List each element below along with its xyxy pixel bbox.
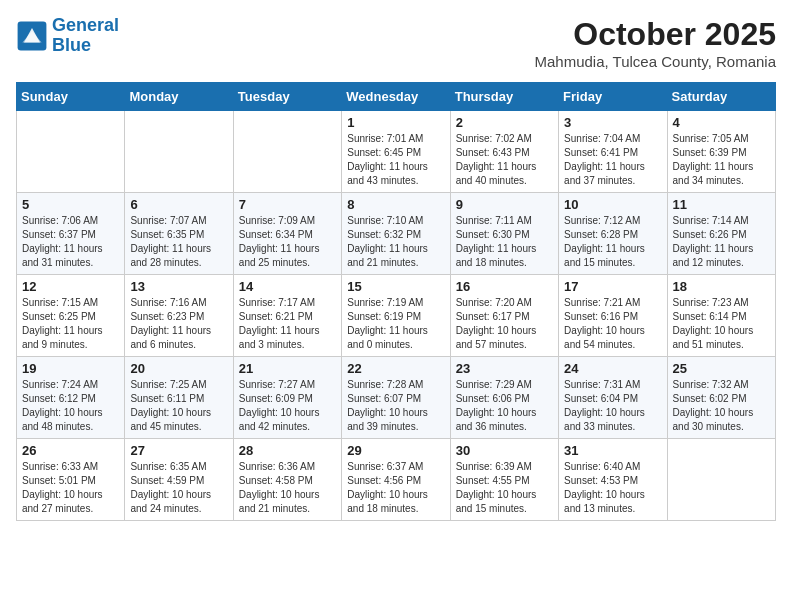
- day-of-week-header: Thursday: [450, 83, 558, 111]
- day-info: Sunrise: 7:12 AM Sunset: 6:28 PM Dayligh…: [564, 214, 661, 270]
- day-number: 16: [456, 279, 553, 294]
- calendar-cell: 19Sunrise: 7:24 AM Sunset: 6:12 PM Dayli…: [17, 357, 125, 439]
- day-number: 30: [456, 443, 553, 458]
- calendar-cell: 14Sunrise: 7:17 AM Sunset: 6:21 PM Dayli…: [233, 275, 341, 357]
- calendar-week-row: 5Sunrise: 7:06 AM Sunset: 6:37 PM Daylig…: [17, 193, 776, 275]
- location-subtitle: Mahmudia, Tulcea County, Romania: [534, 53, 776, 70]
- calendar-cell: 25Sunrise: 7:32 AM Sunset: 6:02 PM Dayli…: [667, 357, 775, 439]
- calendar-cell: 12Sunrise: 7:15 AM Sunset: 6:25 PM Dayli…: [17, 275, 125, 357]
- logo-line2: Blue: [52, 35, 91, 55]
- day-number: 6: [130, 197, 227, 212]
- day-number: 31: [564, 443, 661, 458]
- day-info: Sunrise: 7:32 AM Sunset: 6:02 PM Dayligh…: [673, 378, 770, 434]
- day-info: Sunrise: 6:33 AM Sunset: 5:01 PM Dayligh…: [22, 460, 119, 516]
- page-header: General Blue October 2025 Mahmudia, Tulc…: [16, 16, 776, 70]
- calendar-cell: 26Sunrise: 6:33 AM Sunset: 5:01 PM Dayli…: [17, 439, 125, 521]
- day-number: 23: [456, 361, 553, 376]
- calendar-header: SundayMondayTuesdayWednesdayThursdayFrid…: [17, 83, 776, 111]
- calendar-cell: 8Sunrise: 7:10 AM Sunset: 6:32 PM Daylig…: [342, 193, 450, 275]
- day-info: Sunrise: 6:37 AM Sunset: 4:56 PM Dayligh…: [347, 460, 444, 516]
- day-info: Sunrise: 7:06 AM Sunset: 6:37 PM Dayligh…: [22, 214, 119, 270]
- day-info: Sunrise: 7:05 AM Sunset: 6:39 PM Dayligh…: [673, 132, 770, 188]
- day-number: 3: [564, 115, 661, 130]
- calendar-cell: 18Sunrise: 7:23 AM Sunset: 6:14 PM Dayli…: [667, 275, 775, 357]
- calendar-cell: 22Sunrise: 7:28 AM Sunset: 6:07 PM Dayli…: [342, 357, 450, 439]
- calendar-cell: 10Sunrise: 7:12 AM Sunset: 6:28 PM Dayli…: [559, 193, 667, 275]
- day-number: 11: [673, 197, 770, 212]
- day-number: 29: [347, 443, 444, 458]
- day-info: Sunrise: 7:21 AM Sunset: 6:16 PM Dayligh…: [564, 296, 661, 352]
- calendar-cell: 13Sunrise: 7:16 AM Sunset: 6:23 PM Dayli…: [125, 275, 233, 357]
- day-info: Sunrise: 7:15 AM Sunset: 6:25 PM Dayligh…: [22, 296, 119, 352]
- calendar-cell: [125, 111, 233, 193]
- day-info: Sunrise: 7:01 AM Sunset: 6:45 PM Dayligh…: [347, 132, 444, 188]
- day-number: 21: [239, 361, 336, 376]
- calendar-cell: 1Sunrise: 7:01 AM Sunset: 6:45 PM Daylig…: [342, 111, 450, 193]
- day-number: 17: [564, 279, 661, 294]
- day-info: Sunrise: 7:28 AM Sunset: 6:07 PM Dayligh…: [347, 378, 444, 434]
- calendar-cell: 5Sunrise: 7:06 AM Sunset: 6:37 PM Daylig…: [17, 193, 125, 275]
- calendar-cell: [17, 111, 125, 193]
- day-number: 18: [673, 279, 770, 294]
- day-number: 4: [673, 115, 770, 130]
- calendar-cell: 29Sunrise: 6:37 AM Sunset: 4:56 PM Dayli…: [342, 439, 450, 521]
- day-number: 2: [456, 115, 553, 130]
- day-info: Sunrise: 7:09 AM Sunset: 6:34 PM Dayligh…: [239, 214, 336, 270]
- day-number: 25: [673, 361, 770, 376]
- day-number: 7: [239, 197, 336, 212]
- day-info: Sunrise: 7:17 AM Sunset: 6:21 PM Dayligh…: [239, 296, 336, 352]
- day-number: 13: [130, 279, 227, 294]
- day-number: 1: [347, 115, 444, 130]
- calendar-week-row: 12Sunrise: 7:15 AM Sunset: 6:25 PM Dayli…: [17, 275, 776, 357]
- calendar-cell: 7Sunrise: 7:09 AM Sunset: 6:34 PM Daylig…: [233, 193, 341, 275]
- calendar-cell: 27Sunrise: 6:35 AM Sunset: 4:59 PM Dayli…: [125, 439, 233, 521]
- month-title: October 2025: [534, 16, 776, 53]
- day-number: 8: [347, 197, 444, 212]
- calendar-cell: 20Sunrise: 7:25 AM Sunset: 6:11 PM Dayli…: [125, 357, 233, 439]
- day-info: Sunrise: 7:31 AM Sunset: 6:04 PM Dayligh…: [564, 378, 661, 434]
- calendar-cell: 17Sunrise: 7:21 AM Sunset: 6:16 PM Dayli…: [559, 275, 667, 357]
- day-info: Sunrise: 7:23 AM Sunset: 6:14 PM Dayligh…: [673, 296, 770, 352]
- calendar-cell: 28Sunrise: 6:36 AM Sunset: 4:58 PM Dayli…: [233, 439, 341, 521]
- day-info: Sunrise: 7:11 AM Sunset: 6:30 PM Dayligh…: [456, 214, 553, 270]
- day-info: Sunrise: 7:07 AM Sunset: 6:35 PM Dayligh…: [130, 214, 227, 270]
- logo: General Blue: [16, 16, 119, 56]
- header-row: SundayMondayTuesdayWednesdayThursdayFrid…: [17, 83, 776, 111]
- day-number: 9: [456, 197, 553, 212]
- day-of-week-header: Wednesday: [342, 83, 450, 111]
- calendar-cell: 9Sunrise: 7:11 AM Sunset: 6:30 PM Daylig…: [450, 193, 558, 275]
- calendar-week-row: 19Sunrise: 7:24 AM Sunset: 6:12 PM Dayli…: [17, 357, 776, 439]
- calendar-cell: 3Sunrise: 7:04 AM Sunset: 6:41 PM Daylig…: [559, 111, 667, 193]
- calendar-cell: 30Sunrise: 6:39 AM Sunset: 4:55 PM Dayli…: [450, 439, 558, 521]
- day-number: 15: [347, 279, 444, 294]
- calendar-body: 1Sunrise: 7:01 AM Sunset: 6:45 PM Daylig…: [17, 111, 776, 521]
- day-number: 22: [347, 361, 444, 376]
- day-info: Sunrise: 7:02 AM Sunset: 6:43 PM Dayligh…: [456, 132, 553, 188]
- calendar-cell: 11Sunrise: 7:14 AM Sunset: 6:26 PM Dayli…: [667, 193, 775, 275]
- day-info: Sunrise: 7:04 AM Sunset: 6:41 PM Dayligh…: [564, 132, 661, 188]
- calendar-cell: 2Sunrise: 7:02 AM Sunset: 6:43 PM Daylig…: [450, 111, 558, 193]
- calendar-week-row: 1Sunrise: 7:01 AM Sunset: 6:45 PM Daylig…: [17, 111, 776, 193]
- day-info: Sunrise: 7:20 AM Sunset: 6:17 PM Dayligh…: [456, 296, 553, 352]
- day-info: Sunrise: 6:40 AM Sunset: 4:53 PM Dayligh…: [564, 460, 661, 516]
- calendar-cell: 6Sunrise: 7:07 AM Sunset: 6:35 PM Daylig…: [125, 193, 233, 275]
- day-number: 28: [239, 443, 336, 458]
- day-info: Sunrise: 7:10 AM Sunset: 6:32 PM Dayligh…: [347, 214, 444, 270]
- day-number: 19: [22, 361, 119, 376]
- calendar-cell: 31Sunrise: 6:40 AM Sunset: 4:53 PM Dayli…: [559, 439, 667, 521]
- calendar-week-row: 26Sunrise: 6:33 AM Sunset: 5:01 PM Dayli…: [17, 439, 776, 521]
- day-info: Sunrise: 7:25 AM Sunset: 6:11 PM Dayligh…: [130, 378, 227, 434]
- day-number: 12: [22, 279, 119, 294]
- day-of-week-header: Tuesday: [233, 83, 341, 111]
- day-number: 26: [22, 443, 119, 458]
- day-info: Sunrise: 6:35 AM Sunset: 4:59 PM Dayligh…: [130, 460, 227, 516]
- day-info: Sunrise: 6:36 AM Sunset: 4:58 PM Dayligh…: [239, 460, 336, 516]
- day-number: 24: [564, 361, 661, 376]
- day-info: Sunrise: 6:39 AM Sunset: 4:55 PM Dayligh…: [456, 460, 553, 516]
- logo-icon: [16, 20, 48, 52]
- day-number: 27: [130, 443, 227, 458]
- day-info: Sunrise: 7:16 AM Sunset: 6:23 PM Dayligh…: [130, 296, 227, 352]
- calendar-cell: 16Sunrise: 7:20 AM Sunset: 6:17 PM Dayli…: [450, 275, 558, 357]
- day-number: 5: [22, 197, 119, 212]
- day-of-week-header: Saturday: [667, 83, 775, 111]
